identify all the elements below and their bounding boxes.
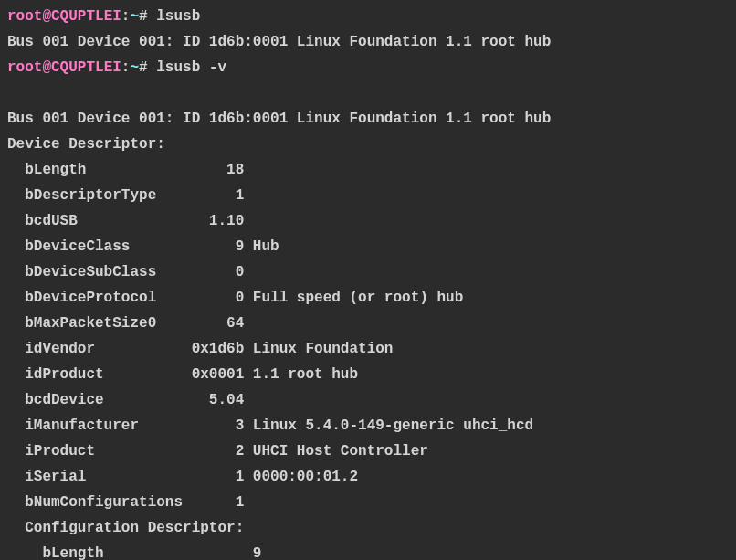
descriptor-bLength: bLength 18 [7, 157, 729, 183]
prompt-colon: : [121, 8, 131, 25]
descriptor-iSerial: iSerial 1 0000:00:01.2 [7, 464, 729, 490]
descriptor-iProduct: iProduct 2 UHCI Host Controller [7, 438, 729, 464]
prompt-host: CQUPTLEI [51, 59, 121, 76]
prompt-user: root [7, 8, 42, 25]
prompt-at: @ [42, 8, 51, 25]
descriptor-idVendor: idVendor 0x1d6b Linux Foundation [7, 336, 729, 362]
descriptor-bDeviceProtocol: bDeviceProtocol 0 Full speed (or root) h… [7, 285, 729, 311]
output-header: Bus 001 Device 001: ID 1d6b:0001 Linux F… [7, 106, 729, 132]
descriptor-bcdDevice: bcdDevice 5.04 [7, 387, 729, 413]
prompt-host: CQUPTLEI [51, 8, 121, 25]
prompt-hash: # [139, 8, 156, 25]
partial-line: bLength 9 [7, 541, 729, 560]
descriptor-bDescriptorType: bDescriptorType 1 [7, 183, 729, 208]
config-descriptor-label: Configuration Descriptor: [7, 515, 729, 541]
device-descriptor-label: Device Descriptor: [7, 132, 729, 157]
descriptor-bDeviceSubClass: bDeviceSubClass 0 [7, 259, 729, 285]
prompt-user: root [7, 59, 42, 76]
output-line-1: Bus 001 Device 001: ID 1d6b:0001 Linux F… [7, 29, 729, 55]
prompt-path: ~ [130, 8, 139, 25]
descriptor-bDeviceClass: bDeviceClass 9 Hub [7, 234, 729, 259]
prompt-at: @ [42, 59, 51, 76]
prompt-path: ~ [130, 59, 139, 76]
descriptor-bNumConfigurations: bNumConfigurations 1 [7, 490, 729, 515]
terminal-line-prompt2: root@CQUPTLEI:~# lsusb -v [7, 55, 729, 80]
descriptor-iManufacturer: iManufacturer 3 Linux 5.4.0-149-generic … [7, 413, 729, 438]
command-text: lsusb -v [156, 59, 226, 76]
prompt-colon: : [121, 59, 131, 76]
command-text: lsusb [156, 8, 200, 25]
prompt-hash: # [139, 59, 156, 76]
descriptor-bMaxPacketSize0: bMaxPacketSize0 64 [7, 311, 729, 336]
terminal-line-prompt1: root@CQUPTLEI:~# lsusb [7, 4, 729, 29]
descriptor-idProduct: idProduct 0x0001 1.1 root hub [7, 362, 729, 387]
blank-line [7, 80, 729, 106]
descriptor-bcdUSB: bcdUSB 1.10 [7, 208, 729, 234]
